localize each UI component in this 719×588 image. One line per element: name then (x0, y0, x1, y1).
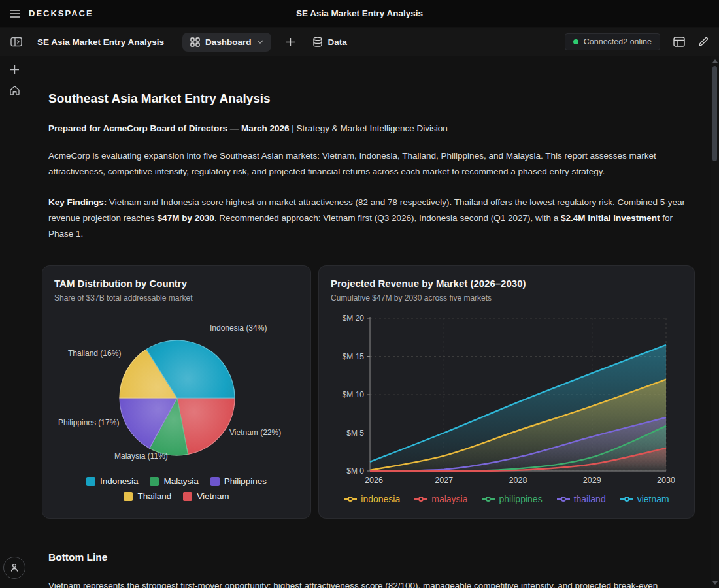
pie-legend-item-philippines[interactable]: Philippines (210, 476, 267, 486)
svg-text:$M 15: $M 15 (343, 352, 365, 361)
view-selector-dashboard[interactable]: Dashboard (182, 33, 271, 52)
legend-label: thailand (574, 494, 606, 504)
legend-swatch (86, 477, 95, 486)
svg-text:$M 20: $M 20 (343, 314, 365, 323)
pie-legend-item-vietnam[interactable]: Vietnam (183, 491, 229, 501)
plus-icon (286, 37, 295, 47)
intro-paragraph: AcmeCorp is evaluating expansion into fi… (48, 148, 691, 180)
revenue-area-chart: $M 0$M 5$M 10$M 15$M 2020262027202820292… (319, 305, 695, 501)
legend-swatch (183, 492, 192, 501)
legend-label: indonesia (361, 494, 400, 504)
legend-label: Malaysia (163, 476, 198, 486)
scroll-down-arrow[interactable] (712, 581, 718, 585)
pie-legend: IndonesiaMalaysiaPhilippinesThailandViet… (42, 476, 310, 501)
area-legend: indonesiamalaysiaphilippinesthailandviet… (319, 494, 694, 504)
tam-distribution-card: TAM Distribution by Country Share of $37… (42, 265, 311, 519)
svg-text:2028: 2028 (509, 476, 527, 485)
pie-label-thailand: Thailand (16%) (68, 349, 121, 358)
dashboard-grid-icon (190, 37, 200, 47)
key-findings-paragraph: Key Findings: Vietnam and Indonesia scor… (48, 195, 691, 242)
pie-card-subtitle: Share of $37B total addressable market (54, 293, 299, 302)
legend-label: vietnam (637, 494, 669, 504)
legend-label: malaysia (431, 494, 467, 504)
window-title: SE Asia Market Entry Analysis (296, 8, 423, 18)
legend-line-marker (344, 496, 357, 502)
svg-text:$M 0: $M 0 (346, 466, 364, 476)
area-card-subtitle: Cumulative $47M by 2030 across five mark… (331, 293, 682, 302)
legend-label: philippines (499, 494, 542, 504)
byline: Prepared for AcmeCorp Board of Directors… (48, 123, 691, 133)
person-icon (9, 563, 20, 573)
scroll-up-arrow[interactable] (712, 59, 718, 63)
home-button[interactable] (0, 80, 29, 101)
data-button[interactable]: Data (312, 37, 347, 48)
area-legend-item-philippines[interactable]: philippines (482, 494, 542, 504)
chevron-down-icon (257, 40, 263, 44)
status-dot (573, 39, 578, 44)
title-bar: DECKSPACE SE Asia Market Entry Analysis (0, 0, 719, 27)
legend-line-marker (557, 496, 570, 502)
legend-line-marker (482, 496, 495, 502)
document-toolbar: SE Asia Market Entry Analysis Dashboard … (0, 28, 719, 56)
app-logo: DECKSPACE (29, 8, 93, 18)
charts-row: TAM Distribution by Country Share of $37… (42, 265, 711, 519)
plus-icon (10, 65, 20, 74)
svg-text:2030: 2030 (657, 476, 675, 485)
scrollbar-thumb[interactable] (712, 66, 717, 161)
pie-label-vietnam: Vietnam (22%) (229, 428, 281, 437)
legend-swatch (124, 492, 133, 501)
home-icon (9, 85, 20, 95)
data-button-label: Data (328, 37, 347, 47)
document-canvas: Southeast Asia Market Entry Analysis Pre… (29, 56, 711, 588)
pie-card-title: TAM Distribution by Country (54, 278, 299, 289)
svg-text:$M 5: $M 5 (346, 429, 364, 438)
left-rail (0, 56, 29, 588)
page-title: Southeast Asia Market Entry Analysis (48, 91, 711, 106)
pie-legend-item-malaysia[interactable]: Malaysia (150, 476, 198, 486)
vertical-scrollbar[interactable] (711, 56, 719, 588)
document-title: SE Asia Market Entry Analysis (37, 37, 164, 47)
add-view-button[interactable] (286, 37, 295, 47)
user-avatar[interactable] (3, 557, 25, 579)
projected-revenue-card: Projected Revenue by Market (2026–2030) … (318, 265, 695, 519)
bottom-line-paragraph: Vietnam represents the strongest first-m… (48, 578, 691, 588)
database-icon (312, 37, 323, 48)
new-item-button[interactable] (0, 59, 29, 80)
legend-line-marker (414, 496, 427, 502)
legend-label: Thailand (137, 491, 171, 501)
svg-text:2029: 2029 (583, 476, 601, 485)
sidebar-toggle-icon[interactable] (10, 37, 22, 47)
pie-legend-item-thailand[interactable]: Thailand (124, 491, 171, 501)
area-card-title: Projected Revenue by Market (2026–2030) (331, 278, 682, 289)
legend-label: Vietnam (197, 491, 229, 501)
pie-legend-item-indonesia[interactable]: Indonesia (86, 476, 139, 486)
table-view-icon[interactable] (673, 37, 685, 47)
legend-label: Philippines (224, 476, 267, 486)
hamburger-menu-icon[interactable] (9, 9, 21, 18)
area-legend-item-indonesia[interactable]: indonesia (344, 494, 400, 504)
legend-swatch (210, 477, 220, 486)
view-selector-label: Dashboard (205, 37, 252, 47)
legend-line-marker (620, 496, 633, 502)
area-legend-item-malaysia[interactable]: malaysia (414, 494, 467, 504)
svg-text:2027: 2027 (435, 476, 453, 485)
connection-status-badge[interactable]: Connected2 online (565, 33, 660, 50)
svg-text:2026: 2026 (365, 476, 383, 485)
area-legend-item-vietnam[interactable]: vietnam (620, 494, 669, 504)
edit-pencil-icon[interactable] (698, 37, 709, 47)
pie-label-malaysia: Malaysia (11%) (114, 451, 168, 461)
pie-label-indonesia: Indonesia (34%) (210, 323, 267, 333)
area-legend-item-thailand[interactable]: thailand (557, 494, 606, 504)
pie-label-philippines: Philippines (17%) (58, 418, 119, 427)
legend-label: Indonesia (100, 476, 139, 486)
bottom-line-heading: Bottom Line (48, 551, 691, 563)
legend-swatch (150, 477, 159, 486)
status-label: Connected2 online (584, 37, 652, 46)
svg-text:$M 10: $M 10 (343, 390, 365, 399)
